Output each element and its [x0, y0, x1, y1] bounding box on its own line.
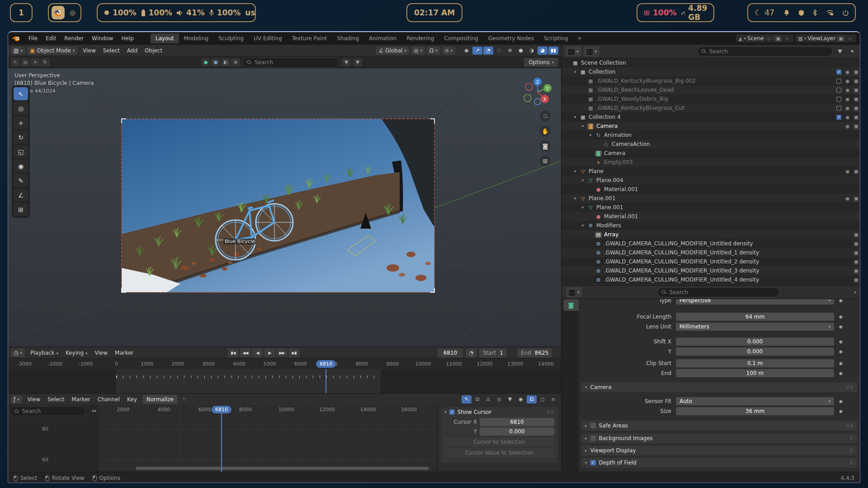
- disable-render-icon[interactable]: ▣: [854, 232, 859, 238]
- viewport-tool-button[interactable]: ⊞: [14, 203, 28, 216]
- focal-length-field[interactable]: 64 mm: [676, 313, 834, 321]
- timeline-editor-type-button[interactable]: ◷▾: [11, 349, 25, 357]
- outliner-row[interactable]: ▦ .GWALD_KentuckyBluegrass_Cut ◉ ▣: [561, 103, 860, 113]
- datablock-name[interactable]: .GWALD_CAMERA_CULLING_MODIFIER_Untitled_…: [604, 277, 759, 283]
- menu-item[interactable]: File: [24, 34, 42, 43]
- outliner-row[interactable]: ▦ .GWALD_KentuckyBluegrass_Big.002 ◉ ▣: [561, 76, 860, 85]
- workspace-tab[interactable]: UV Editing: [249, 33, 287, 43]
- grip-icon[interactable]: ⠿⠿: [846, 385, 854, 390]
- outliner-row[interactable]: ▦ .GWALD_BeechLeaves_Dead ◉ ▣: [561, 85, 860, 94]
- notifications-icon[interactable]: [784, 9, 789, 16]
- frame-end-field[interactable]: End8625: [517, 348, 552, 357]
- night-light-widget[interactable]: ☾ 47: [755, 8, 774, 17]
- disable-render-icon[interactable]: ▣: [854, 114, 859, 120]
- outliner-row[interactable]: ▾ ▽ Plane.004 ◉ ▣: [561, 176, 860, 185]
- timeline-menu-item[interactable]: Marker: [111, 348, 137, 357]
- datablock-name[interactable]: Material.001: [604, 213, 638, 220]
- graph-editor-type-button[interactable]: ƒ▾: [11, 395, 22, 404]
- menu-item[interactable]: Help: [117, 34, 137, 43]
- safe-areas-checkbox[interactable]: ✓: [590, 423, 596, 428]
- workspace-tab[interactable]: Layout: [151, 33, 179, 43]
- graph-playhead-line[interactable]: [221, 413, 222, 472]
- expand-arrows-icon[interactable]: ↔: [92, 408, 96, 414]
- datablock-name[interactable]: Scene Collection: [581, 60, 626, 66]
- viewport-display-section-header[interactable]: ▸Viewport Display⠿: [581, 446, 857, 455]
- exclude-checkbox[interactable]: [836, 97, 841, 102]
- disable-render-icon[interactable]: ▣: [854, 250, 859, 256]
- disable-render-icon[interactable]: ▣: [854, 268, 859, 274]
- memory-widget[interactable]: 4.89 GB: [681, 4, 710, 22]
- viewport-tool-button[interactable]: ↖: [14, 87, 28, 100]
- outliner-row[interactable]: ▦ Scene Collection ◉ ▣: [561, 58, 860, 67]
- disable-render-icon[interactable]: ▣: [854, 123, 859, 129]
- outliner-row[interactable]: ⊞ .GWALD_CAMERA_CULLING_MODIFIER_Untitle…: [561, 266, 860, 275]
- brightness-widget[interactable]: 100%: [104, 8, 137, 17]
- tool-mini-icon[interactable]: +: [31, 58, 40, 66]
- timeline-menu-item[interactable]: Keying ▾: [62, 348, 91, 357]
- tool-toggle-icon[interactable]: ▣: [211, 58, 220, 66]
- outliner-row[interactable]: ● Material.001 ◉ ▣: [561, 185, 860, 194]
- outliner-row[interactable]: + Empty.003 ◉ ▣: [561, 158, 860, 167]
- expand-caret[interactable]: ▾: [580, 178, 585, 183]
- viewport-header-icon[interactable]: ↗: [472, 47, 482, 55]
- grip-icon[interactable]: ⠿: [850, 436, 854, 441]
- outliner-filter-mode-button[interactable]: ▥▾: [584, 46, 600, 56]
- blender-logo-icon[interactable]: [12, 35, 21, 42]
- keyboard-layout[interactable]: us: [245, 8, 255, 17]
- disable-render-icon[interactable]: ▣: [854, 78, 859, 84]
- graph-header-icon[interactable]: ○: [538, 395, 547, 404]
- expand-caret[interactable]: ▾: [580, 124, 585, 128]
- cursor-to-selection-button[interactable]: Cursor to Selection: [444, 437, 554, 446]
- exclude-checkbox[interactable]: [836, 106, 841, 111]
- expand-caret[interactable]: ▾: [580, 223, 585, 228]
- microphone-widget[interactable]: 100%: [209, 8, 241, 17]
- timeline-menu-item[interactable]: View: [91, 348, 111, 357]
- clock-widget[interactable]: 02:17 AM: [406, 3, 462, 22]
- outliner-row[interactable]: ◇ CameraAction ◉ ▣: [561, 140, 860, 149]
- outliner-row[interactable]: ⊞ .GWALD_CAMERA_CULLING_MODIFIER_Untitle…: [561, 248, 860, 257]
- menu-item[interactable]: Render: [60, 34, 88, 43]
- perspective-toggle-icon[interactable]: ⊞: [540, 155, 551, 166]
- outliner-row[interactable]: ▾ ▦ Collection ◉ ▣: [561, 67, 860, 76]
- datablock-name[interactable]: .GWALD_KentuckyBluegrass_Cut: [596, 105, 684, 111]
- viewport-tool-button[interactable]: ◱: [14, 145, 28, 158]
- proportional-editing-dropdown[interactable]: ∩▾: [442, 47, 455, 55]
- viewport-header-icon[interactable]: ◉: [462, 47, 472, 55]
- menu-item[interactable]: Window: [88, 34, 117, 43]
- chevron-down-icon[interactable]: ▾: [444, 410, 447, 414]
- hide-eye-icon[interactable]: ◉: [845, 123, 850, 129]
- show-cursor-checkbox[interactable]: ✓: [449, 409, 455, 415]
- delete-view-layer-button[interactable]: ×: [846, 36, 854, 42]
- tool-toggle-icon[interactable]: ◧: [221, 58, 230, 66]
- bluetooth-icon[interactable]: [813, 9, 817, 16]
- disable-render-icon[interactable]: ▣: [854, 69, 859, 75]
- exclude-checkbox[interactable]: [836, 70, 841, 75]
- tool-mini-icon[interactable]: ↖: [11, 58, 20, 66]
- outliner-row[interactable]: ▾ ▦ Collection 4 ◉ ▣: [561, 113, 860, 122]
- outliner-row[interactable]: ▾ ▽ Plane.001 ◉ ▣: [561, 194, 860, 203]
- viewport-tool-button[interactable]: ∠: [14, 188, 28, 202]
- datablock-name[interactable]: Modifiers: [596, 222, 621, 229]
- workspace-tab[interactable]: Modeling: [179, 33, 214, 43]
- play-button[interactable]: ▶: [264, 348, 275, 357]
- datablock-name[interactable]: Array: [604, 231, 618, 238]
- tool-toggle-icon[interactable]: ●: [201, 58, 210, 66]
- background-images-section-header[interactable]: ▸✓Background Images⠿: [581, 433, 857, 443]
- viewport-header-icon[interactable]: ⊡: [494, 47, 504, 55]
- outliner-row[interactable]: ▾ ▽ Plane ◉ ▣: [561, 167, 860, 176]
- viewport-header-icon[interactable]: ●: [516, 47, 526, 55]
- datablock-name[interactable]: Camera: [604, 150, 625, 156]
- options-button[interactable]: Options▾: [524, 58, 558, 67]
- view-layer-selector[interactable]: ▥ ▾ ViewLayer ▣ ×: [795, 34, 856, 42]
- graph-header-icon[interactable]: ▣: [494, 395, 504, 404]
- datablock-name[interactable]: Collection: [589, 69, 615, 75]
- disable-render-icon[interactable]: ▣: [854, 105, 859, 111]
- workspace-tab[interactable]: Rendering: [401, 33, 439, 43]
- workspace-indicator[interactable]: 1: [10, 3, 33, 22]
- clip-end-field[interactable]: 100 m: [676, 369, 834, 377]
- add-workspace-button[interactable]: +: [574, 35, 585, 42]
- grip-icon[interactable]: ⠿⠿: [547, 410, 554, 415]
- delete-scene-button[interactable]: ×: [783, 36, 791, 42]
- shift-x-field[interactable]: 0.000: [676, 338, 834, 346]
- disable-render-icon[interactable]: ▣: [854, 87, 859, 93]
